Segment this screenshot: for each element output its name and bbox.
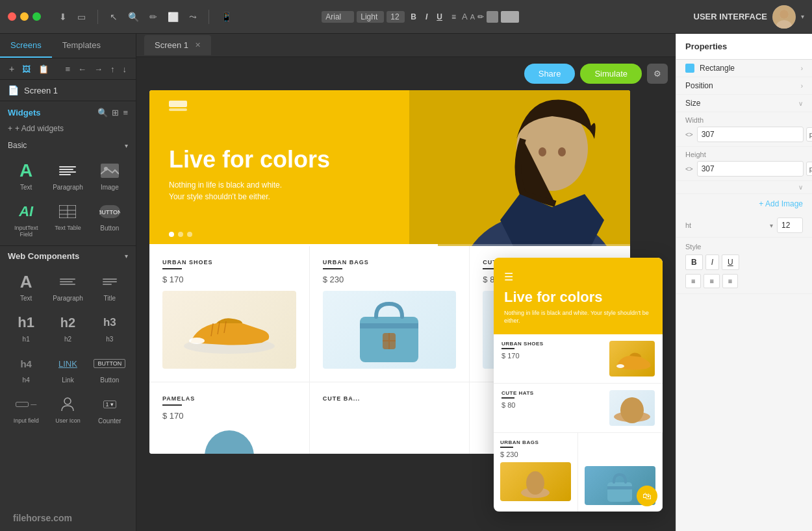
user-avatar[interactable]	[772, 5, 796, 29]
width-input[interactable]	[697, 127, 804, 142]
wc-button[interactable]: BUTTON Button	[90, 348, 129, 386]
fill-swatch[interactable]	[487, 11, 498, 23]
font-size-value[interactable]	[777, 217, 803, 233]
wc-user-icon[interactable]: User Icon	[48, 389, 87, 427]
minimize-button[interactable]	[20, 12, 29, 21]
chevron-down-icon[interactable]: ▾	[801, 13, 804, 20]
list-view-icon[interactable]: ≡	[123, 108, 128, 117]
height-section: Height <> px ▾ 🔒	[676, 147, 812, 181]
font-size-row: ht ▾	[676, 214, 812, 238]
align-button[interactable]: ≡	[448, 11, 459, 23]
mobile-hero-title: Live for colors	[504, 290, 652, 305]
search-icon[interactable]: 🔍	[97, 108, 108, 117]
tab-close-icon[interactable]: ✕	[195, 41, 201, 49]
forward-icon[interactable]: →	[92, 63, 105, 75]
wc-h1[interactable]: h1 h1	[6, 307, 45, 345]
position-item[interactable]: Position ›	[676, 77, 812, 95]
pen-icon[interactable]: ✏	[147, 10, 160, 23]
basic-chevron[interactable]: ▾	[125, 142, 128, 149]
dot-3[interactable]	[187, 232, 192, 237]
font-size-input[interactable]	[387, 11, 405, 23]
maximize-button[interactable]	[32, 12, 41, 21]
phone-icon[interactable]: 📱	[218, 10, 235, 23]
wc-widget-para[interactable]: Paragraph	[48, 266, 87, 304]
width-unit[interactable]: px ▾	[806, 127, 812, 142]
wc-h4[interactable]: h4 h4	[6, 348, 45, 386]
close-button[interactable]	[8, 12, 16, 21]
down-icon[interactable]: ↓	[120, 63, 130, 75]
italic-style-btn[interactable]: I	[705, 254, 719, 270]
dot-1[interactable]	[169, 232, 174, 237]
add-widgets-button[interactable]: + + Add widgets	[0, 121, 136, 136]
size-item[interactable]: Size ∨	[676, 95, 812, 112]
widget-paragraph[interactable]: Paragraph	[48, 155, 87, 193]
window-icon[interactable]: ▭	[75, 10, 88, 23]
pen-color-icon[interactable]: ✏	[477, 12, 484, 21]
bags-category: URBAN BAGS	[323, 259, 457, 266]
wc-chevron[interactable]: ▾	[125, 253, 128, 260]
font-weight-input[interactable]	[357, 11, 384, 23]
tab-templates[interactable]: Templates	[52, 34, 111, 58]
widget-text[interactable]: A Text	[6, 155, 45, 193]
window-controls[interactable]	[8, 12, 41, 21]
grid-icon[interactable]: ⊞	[112, 108, 119, 117]
screen-item[interactable]: 📄 Screen 1	[0, 80, 136, 101]
hero-content: Live for colors Nothing in life is black…	[149, 114, 349, 222]
italic-button[interactable]: I	[422, 11, 431, 23]
bold-button[interactable]: B	[407, 11, 420, 23]
widget-button[interactable]: BUTTON Button	[90, 196, 129, 240]
fill-rect[interactable]	[501, 11, 519, 23]
wc-widget-title[interactable]: Title	[90, 266, 129, 304]
add-screen-icon[interactable]: +	[6, 62, 17, 75]
align-center-btn[interactable]: ≡	[704, 274, 719, 288]
wc-h3[interactable]: h3 h3	[90, 307, 129, 345]
simulate-button[interactable]: Simulate	[580, 64, 642, 84]
align-left-btn[interactable]: ≡	[685, 274, 701, 288]
list-icon[interactable]: ≡	[62, 63, 73, 75]
widget-image[interactable]: Image	[90, 155, 129, 193]
share-button[interactable]: Share	[524, 64, 576, 84]
cursor-icon[interactable]: ↖	[107, 10, 120, 23]
collapse-icon[interactable]: ∨	[798, 184, 803, 191]
height-input[interactable]	[697, 161, 804, 177]
dot-2[interactable]	[178, 232, 183, 237]
screen1-tab-label: Screen 1	[155, 40, 188, 50]
tab-screens[interactable]: Screens	[0, 34, 52, 58]
height-unit[interactable]: px ▾	[806, 162, 812, 176]
align-right-btn[interactable]: ≡	[722, 274, 738, 288]
mobile-bags-item1: URBAN BAGS $ 230	[494, 433, 578, 512]
wc-counter[interactable]: 1 ▾ Counter	[90, 389, 129, 427]
height-code-icon: <>	[685, 166, 693, 173]
back-icon[interactable]: ←	[75, 63, 89, 75]
underline-button[interactable]: U	[433, 11, 446, 23]
wc-widget-text[interactable]: A Text	[6, 266, 45, 304]
basic-section-header: Basic ▾	[0, 136, 136, 153]
zoom-icon[interactable]: 🔍	[125, 10, 142, 23]
underline-style-btn[interactable]: U	[722, 254, 739, 270]
copy-icon[interactable]: 📋	[36, 63, 51, 75]
add-image-button[interactable]: + Add Image	[676, 194, 812, 214]
bold-style-btn[interactable]: B	[685, 254, 703, 270]
widget-inputtext[interactable]: AI InputTextField	[6, 196, 45, 240]
shapes-icon[interactable]: ⬜	[165, 10, 181, 23]
rectangle-item[interactable]: Rectangle ›	[676, 60, 812, 77]
wc-h1-label: h1	[23, 336, 30, 343]
screenshot-icon[interactable]: 🖼	[19, 63, 33, 75]
hero-image	[409, 90, 630, 246]
screen1-tab[interactable]: Screen 1 ✕	[144, 35, 211, 55]
wc-h2[interactable]: h2 h2	[48, 307, 87, 345]
font-family-input[interactable]	[322, 11, 354, 23]
wc-link[interactable]: LINK Link	[48, 348, 87, 386]
download-icon[interactable]: ⬇	[57, 10, 70, 23]
right-panel: Properties Rectangle › Position › Size ∨…	[676, 34, 812, 531]
up-icon[interactable]: ↑	[108, 63, 118, 75]
wc-user-label: User Icon	[55, 417, 81, 424]
cart-icon[interactable]: 🛍	[637, 486, 657, 506]
settings-button[interactable]: ⚙	[647, 64, 668, 84]
shoes-divider	[162, 268, 182, 269]
wc-input-field[interactable]: — Input field	[6, 389, 45, 427]
flow-icon[interactable]: ⤳	[186, 10, 199, 23]
basic-widgets-grid: A Text Paragraph	[0, 153, 136, 245]
widget-texttable[interactable]: Text Table	[48, 196, 87, 240]
mobile-bags-cat1: URBAN BAGS	[500, 439, 571, 445]
